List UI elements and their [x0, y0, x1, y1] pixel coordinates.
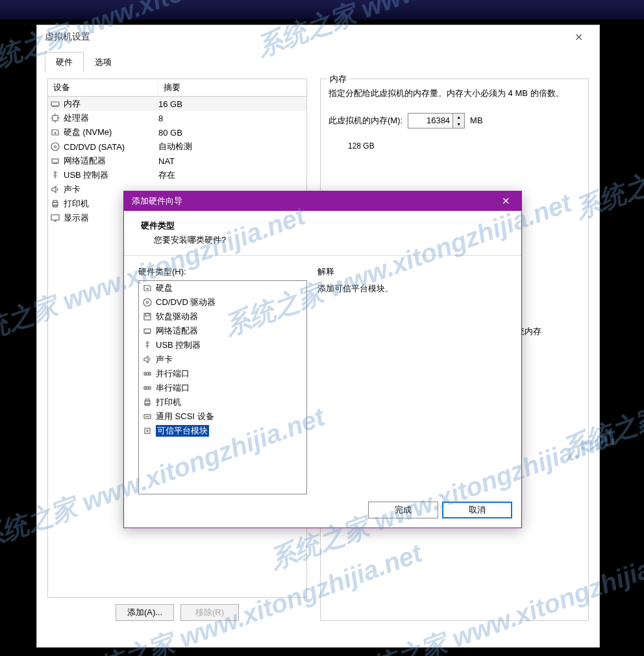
- svg-point-3: [51, 143, 59, 151]
- explain-label: 解释: [317, 266, 507, 278]
- svg-point-22: [145, 387, 146, 388]
- close-icon[interactable]: ✕: [565, 28, 591, 46]
- close-icon[interactable]: ✕: [495, 193, 516, 209]
- add-button[interactable]: 添加(A)...: [116, 604, 174, 621]
- hw-item-port[interactable]: 并行端口: [139, 367, 306, 381]
- svg-rect-10: [51, 215, 59, 220]
- spin-down-icon[interactable]: ▼: [453, 121, 464, 128]
- disk-icon: [48, 128, 62, 137]
- svg-rect-18: [144, 372, 151, 375]
- memory-unit: MB: [470, 115, 483, 125]
- svg-rect-15: [145, 313, 149, 316]
- device-label: USB 控制器: [62, 169, 158, 181]
- device-label: 网络适配器: [62, 155, 158, 167]
- svg-point-11: [147, 288, 148, 289]
- device-summary: 16 GB: [158, 99, 306, 109]
- hw-list-label: 硬件类型(H):: [138, 266, 307, 278]
- device-summary: 自动检测: [158, 141, 306, 152]
- hw-item-printer[interactable]: 打印机: [139, 395, 306, 409]
- port-icon: [142, 383, 153, 393]
- disc-icon: [48, 142, 62, 151]
- svg-rect-0: [51, 102, 59, 106]
- tab-options[interactable]: 选项: [84, 52, 123, 73]
- svg-point-4: [55, 146, 56, 148]
- hw-item-nic[interactable]: 网络适配器: [139, 324, 306, 338]
- svg-rect-1: [53, 115, 58, 121]
- device-row-nic[interactable]: 网络适配器NAT: [48, 154, 306, 168]
- sound-icon: [48, 185, 62, 194]
- explain-text: 添加可信平台模块。: [317, 283, 507, 295]
- svg-rect-8: [53, 200, 57, 202]
- hw-item-scsi[interactable]: 通用 SCSI 设备: [139, 409, 306, 424]
- device-row-cpu[interactable]: 处理器8: [48, 111, 306, 125]
- memory-scale-top: 128 GB: [348, 141, 580, 151]
- settings-title: 虚拟机设置: [45, 31, 90, 43]
- device-row-memory[interactable]: 内存16 GB: [48, 97, 306, 111]
- port-icon: [142, 369, 153, 378]
- spin-up-icon[interactable]: ▲: [453, 114, 464, 121]
- hw-item-label: 串行端口: [156, 382, 190, 394]
- wizard-heading: 硬件类型: [141, 220, 510, 232]
- memory-spinbox[interactable]: ▲▼: [408, 113, 465, 128]
- wizard-subheading: 您要安装哪类硬件?: [154, 234, 510, 246]
- hw-item-disk[interactable]: 硬盘: [139, 281, 306, 295]
- col-device: 设备: [48, 79, 158, 96]
- device-label: CD/DVD (SATA): [62, 142, 158, 152]
- hw-item-port[interactable]: 串行端口: [139, 381, 306, 395]
- cancel-button[interactable]: 取消: [442, 502, 512, 518]
- hw-item-label: 打印机: [156, 396, 181, 408]
- hw-item-label: 通用 SCSI 设备: [156, 411, 214, 422]
- svg-rect-25: [145, 399, 149, 401]
- floppy-icon: [142, 312, 153, 321]
- disk-icon: [142, 284, 153, 293]
- hw-item-disc[interactable]: CD/DVD 驱动器: [139, 295, 306, 310]
- memory-input[interactable]: [408, 114, 452, 128]
- usb-icon: [142, 341, 153, 350]
- device-summary: 8: [158, 114, 306, 123]
- hw-item-label: 软盘驱动器: [156, 311, 198, 322]
- device-row-disc[interactable]: CD/DVD (SATA)自动检测: [48, 140, 306, 154]
- svg-rect-21: [144, 387, 151, 389]
- remove-button[interactable]: 移除(R): [180, 604, 239, 621]
- device-label: 内存: [62, 98, 158, 110]
- svg-point-23: [148, 387, 149, 388]
- nic-icon: [48, 156, 62, 165]
- printer-icon: [48, 199, 62, 208]
- memory-icon: [48, 99, 62, 108]
- cpu-icon: [48, 114, 62, 123]
- memory-legend: 内存: [327, 73, 349, 85]
- hw-item-label: 硬盘: [156, 282, 173, 294]
- disc-icon: [142, 298, 153, 307]
- device-row-usb[interactable]: USB 控制器存在: [48, 168, 306, 182]
- hw-item-label: CD/DVD 驱动器: [156, 297, 216, 308]
- usb-icon: [48, 171, 62, 180]
- device-row-disk[interactable]: 硬盘 (NVMe)80 GB: [48, 125, 306, 140]
- memory-label: 此虚拟机的内存(M):: [328, 115, 402, 127]
- svg-point-20: [148, 373, 149, 374]
- device-summary: 存在: [158, 169, 306, 181]
- svg-rect-16: [144, 329, 151, 333]
- tab-hardware[interactable]: 硬件: [45, 52, 84, 73]
- device-label: 处理器: [62, 112, 158, 124]
- sound-icon: [142, 355, 153, 364]
- printer-icon: [142, 398, 153, 407]
- hw-item-label: 并行端口: [156, 368, 190, 380]
- add-hardware-wizard: 添加硬件向导 ✕ 硬件类型 您要安装哪类硬件? 硬件类型(H): 硬盘CD/DV…: [123, 191, 522, 528]
- hw-item-tpm[interactable]: 可信平台模块: [139, 424, 306, 438]
- tpm-icon: [142, 426, 153, 435]
- device-summary: 80 GB: [158, 128, 306, 138]
- hw-item-label: USB 控制器: [156, 339, 201, 351]
- nic-icon: [142, 326, 153, 335]
- hardware-list[interactable]: 硬盘CD/DVD 驱动器软盘驱动器网络适配器USB 控制器声卡并行端口串行端口打…: [138, 280, 307, 494]
- finish-button[interactable]: 完成: [368, 502, 438, 518]
- wizard-titlebar: 添加硬件向导 ✕: [124, 191, 521, 211]
- hw-item-label: 网络适配器: [156, 325, 198, 337]
- device-summary: NAT: [158, 156, 306, 166]
- memory-desc: 指定分配给此虚拟机的内存量。内存大小必须为 4 MB 的倍数。: [328, 87, 580, 100]
- hw-item-floppy[interactable]: 软盘驱动器: [139, 310, 306, 324]
- scsi-icon: [142, 412, 153, 421]
- hw-item-usb[interactable]: USB 控制器: [139, 338, 306, 352]
- hw-item-sound[interactable]: 声卡: [139, 352, 306, 367]
- display-icon: [48, 213, 62, 223]
- svg-point-19: [145, 373, 146, 374]
